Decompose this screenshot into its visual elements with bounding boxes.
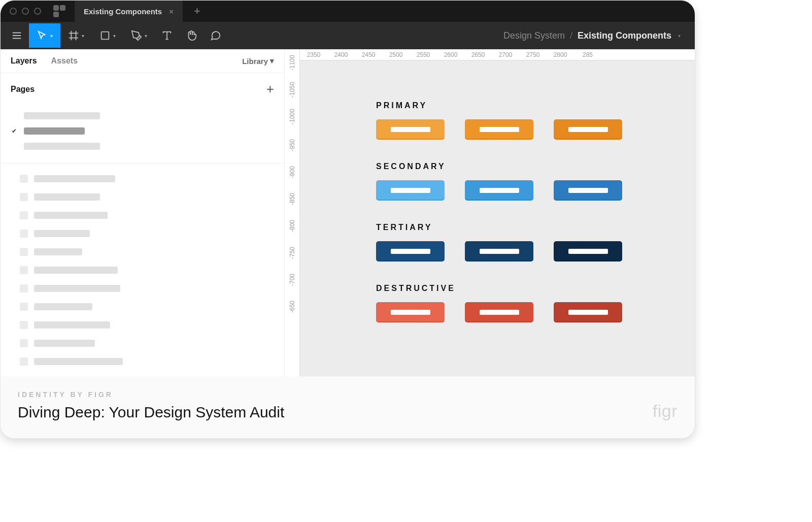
- ruler-tick: 2750: [519, 51, 547, 58]
- canvas-area[interactable]: -1100-1050-1000-950-900-850-800-750-700-…: [285, 49, 695, 376]
- ruler-tick: 2650: [464, 51, 492, 58]
- ruler-tick: -1100: [289, 60, 296, 71]
- layer-item[interactable]: [1, 279, 284, 298]
- button-component[interactable]: [554, 302, 622, 322]
- component-group: DESTRUCTIVE: [376, 284, 695, 322]
- button-component[interactable]: [554, 180, 622, 201]
- button-label-placeholder: [568, 127, 608, 132]
- button-component[interactable]: [465, 302, 533, 322]
- layer-item[interactable]: [1, 316, 284, 334]
- shape-tool[interactable]: ▾: [92, 23, 123, 48]
- ruler-tick: -950: [289, 141, 296, 151]
- page-item[interactable]: [1, 108, 284, 123]
- brand-wordmark: figr: [653, 401, 678, 421]
- move-tool[interactable]: ▾: [29, 23, 60, 48]
- button-label-placeholder: [480, 127, 519, 132]
- svg-rect-7: [101, 32, 109, 40]
- page-item-selected[interactable]: ✔: [1, 123, 284, 139]
- button-component[interactable]: [376, 302, 445, 322]
- pages-header: Pages +: [1, 73, 284, 105]
- button-component[interactable]: [465, 180, 533, 201]
- ruler-horizontal: 2350240024502500255026002650270027502800…: [300, 49, 695, 60]
- group-label: PRIMARY: [376, 101, 695, 110]
- window-controls[interactable]: [10, 8, 41, 15]
- zoom-dot[interactable]: [34, 8, 41, 15]
- left-panel-tabs: Layers Assets Library ▾: [1, 49, 284, 73]
- tab-bar: Existing Components × +: [1, 1, 695, 22]
- check-icon: ✔: [12, 127, 17, 135]
- group-label: TERTIARY: [376, 223, 695, 232]
- pen-tool[interactable]: ▾: [123, 23, 155, 48]
- button-label-placeholder: [391, 188, 430, 193]
- chevron-down-icon[interactable]: ▾: [678, 33, 681, 39]
- canvas[interactable]: PRIMARYSECONDARYTERTIARYDESTRUCTIVE: [300, 60, 695, 376]
- page-item[interactable]: [1, 139, 284, 154]
- breadcrumb-separator: /: [570, 30, 572, 41]
- component-group: SECONDARY: [376, 162, 695, 201]
- chevron-down-icon: ▾: [82, 33, 84, 39]
- main-menu-button[interactable]: [5, 23, 29, 48]
- caption-title: Diving Deep: Your Design System Audit: [18, 404, 284, 421]
- component-group: PRIMARY: [376, 101, 695, 140]
- layers-list: [1, 167, 284, 376]
- button-label-placeholder: [480, 310, 519, 315]
- ruler-tick: 2500: [382, 51, 410, 58]
- chevron-down-icon: ▾: [145, 33, 147, 39]
- button-label-placeholder: [480, 249, 519, 254]
- layer-item[interactable]: [1, 170, 284, 188]
- figma-frame: Existing Components × + ▾ ▾ ▾: [1, 1, 695, 376]
- add-page-button[interactable]: +: [266, 81, 274, 97]
- button-label-placeholder: [391, 249, 430, 254]
- ruler-tick: -750: [289, 249, 296, 259]
- layer-item[interactable]: [1, 188, 284, 206]
- comment-tool[interactable]: [204, 23, 228, 48]
- layer-item[interactable]: [1, 334, 284, 352]
- new-tab-button[interactable]: +: [187, 5, 208, 18]
- button-label-placeholder: [568, 310, 608, 315]
- component-row: [376, 119, 695, 140]
- button-component[interactable]: [465, 119, 533, 140]
- button-label-placeholder: [568, 249, 608, 254]
- button-component[interactable]: [376, 180, 445, 201]
- caption-bar: IDENTITY BY FIGR Diving Deep: Your Desig…: [1, 376, 695, 438]
- ruler-tick: 2550: [410, 51, 437, 58]
- app-window: Existing Components × + ▾ ▾ ▾: [0, 0, 695, 439]
- component-group: TERTIARY: [376, 223, 695, 262]
- hand-tool[interactable]: [179, 23, 204, 48]
- layer-item[interactable]: [1, 298, 284, 316]
- tab-assets[interactable]: Assets: [51, 56, 78, 66]
- divider: [1, 163, 284, 164]
- layer-item[interactable]: [1, 261, 284, 279]
- chevron-down-icon: ▾: [50, 33, 53, 39]
- button-component[interactable]: [554, 241, 622, 262]
- button-label-placeholder: [568, 188, 608, 193]
- button-component[interactable]: [465, 241, 533, 262]
- tab-library[interactable]: Library ▾: [242, 56, 274, 66]
- ruler-tick: 285: [574, 51, 601, 58]
- group-label: SECONDARY: [376, 162, 695, 171]
- button-component[interactable]: [376, 119, 445, 140]
- chevron-down-icon: ▾: [270, 56, 274, 66]
- layer-item[interactable]: [1, 243, 284, 261]
- toolbar: ▾ ▾ ▾ ▾ Design S: [1, 22, 695, 49]
- close-tab-icon[interactable]: ×: [169, 7, 174, 16]
- minimize-dot[interactable]: [22, 8, 29, 15]
- workspace: Layers Assets Library ▾ Pages + ✔: [1, 49, 695, 376]
- ruler-tick: -800: [289, 222, 296, 232]
- text-tool[interactable]: [155, 23, 179, 48]
- frame-tool[interactable]: ▾: [60, 23, 92, 48]
- ruler-tick: 2400: [327, 51, 355, 58]
- component-row: [376, 241, 695, 262]
- file-tab-label: Existing Components: [84, 7, 162, 16]
- file-tab[interactable]: Existing Components ×: [75, 1, 183, 22]
- layer-item[interactable]: [1, 224, 284, 243]
- tab-layers[interactable]: Layers: [11, 56, 37, 66]
- breadcrumb[interactable]: Design System / Existing Components ▾: [503, 30, 681, 41]
- figma-app-icon: [53, 5, 65, 17]
- close-dot[interactable]: [10, 8, 17, 15]
- layer-item[interactable]: [1, 352, 284, 371]
- button-component[interactable]: [554, 119, 622, 140]
- ruler-tick: 2450: [355, 51, 382, 58]
- button-component[interactable]: [376, 241, 445, 262]
- layer-item[interactable]: [1, 206, 284, 224]
